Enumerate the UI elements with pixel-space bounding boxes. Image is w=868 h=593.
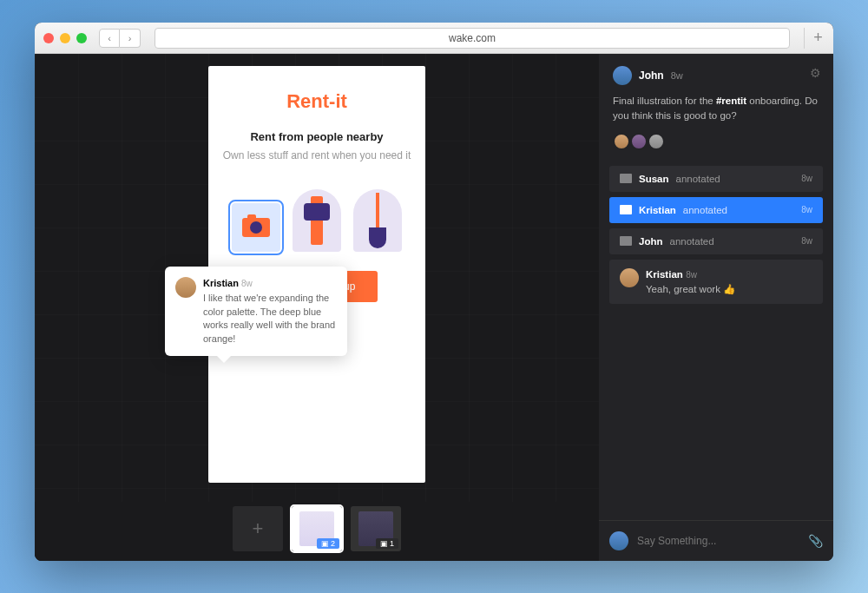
annotation-icon [620,236,632,246]
app-body: Rent-it Rent from people nearby Own less… [35,54,833,561]
annotation-icon [620,174,632,183]
composer: 📎 [599,520,833,561]
annotation-item[interactable]: John annotated 8w [609,228,823,254]
post-description: Final illustration for the #rentit onboa… [613,94,819,124]
post-author-row: John 8w [613,66,819,85]
drill-icon [304,196,330,245]
annotation-timestamp: 8w [241,279,253,288]
comment-text: Yeah, great work 👍 [646,283,735,295]
artboard-subline: Own less stuff and rent when you need it [223,148,411,163]
annotation-author: Kristian [203,278,239,288]
illustration-camera[interactable] [232,203,280,252]
settings-icon[interactable]: ⚙ [810,66,821,80]
thumbnail-strip: + ▣ 2 ▣ 1 [35,502,599,561]
comment-author: Kristian [646,269,683,280]
annotation-action: annotated [683,205,727,215]
browser-toolbar: ‹ › wake.com + [35,23,833,54]
annotation-text: Kristian 8w I like that we're expanding … [203,277,337,346]
annotation-popup: Kristian 8w I like that we're expanding … [165,267,347,356]
annotation-count-badge: ▣ 2 [317,538,339,549]
brand-title: Rent-it [286,90,347,113]
annotation-author: John [639,236,662,247]
post-header: John 8w Final illustration for the #rent… [599,54,833,159]
annotation-icon [620,205,632,214]
illustration-drill [293,189,341,252]
comment-input[interactable] [637,535,799,547]
annotation-item-selected[interactable]: Kristian annotated 8w [609,197,823,223]
sidebar: ⚙ John 8w Final illustration for the #re… [599,54,833,561]
viewer-avatar[interactable] [613,133,630,150]
close-window-button[interactable] [43,33,54,43]
browser-window: ‹ › wake.com + Rent-it Rent from people … [35,23,833,561]
illustration-row [232,189,402,252]
minimize-window-button[interactable] [60,33,70,43]
annotation-count-badge: ▣ 1 [376,538,398,549]
illustration-shovel [353,189,402,252]
comment-timestamp: 8w [686,270,697,280]
comment-item: Kristian 8w Yeah, great work 👍 [609,260,823,304]
viewer-avatar[interactable] [630,133,648,150]
nav-buttons: ‹ › [99,29,141,48]
camera-icon [242,218,270,237]
avatar [620,268,639,287]
annotation-action: annotated [669,236,713,247]
back-button[interactable]: ‹ [99,29,120,48]
avatar [175,277,196,298]
shovel-icon [367,193,388,248]
thumbnail-1[interactable]: ▣ 2 [292,506,342,551]
annotation-timestamp: 8w [801,236,812,246]
add-artboard-button[interactable]: + [233,506,283,551]
annotation-author: Kristian [639,205,676,215]
attachment-icon[interactable]: 📎 [808,534,823,548]
artboard-headline: Rent from people nearby [250,130,383,143]
new-tab-button[interactable]: + [804,28,825,49]
annotation-item[interactable]: Susan annotated 8w [609,166,823,192]
forward-button[interactable]: › [120,29,141,48]
canvas-area: Rent-it Rent from people nearby Own less… [35,54,599,561]
viewers-row [613,133,819,150]
annotation-action: annotated [676,174,720,184]
annotation-author: Susan [639,174,669,184]
traffic-lights [43,33,87,43]
annotation-timestamp: 8w [801,174,812,183]
url-bar[interactable]: wake.com [155,28,790,49]
thumbnail-2[interactable]: ▣ 1 [351,506,401,551]
hashtag[interactable]: #rentit [716,96,746,106]
avatar [609,531,628,550]
avatar [613,66,632,85]
canvas-main[interactable]: Rent-it Rent from people nearby Own less… [35,54,599,502]
annotation-list: Susan annotated 8w Kristian annotated 8w… [599,159,833,311]
post-author: John [639,69,664,82]
viewer-avatar[interactable] [648,133,665,150]
post-timestamp: 8w [671,70,683,81]
annotation-body: I like that we're expanding the color pa… [203,292,337,346]
maximize-window-button[interactable] [76,33,87,43]
annotation-timestamp: 8w [801,205,812,214]
